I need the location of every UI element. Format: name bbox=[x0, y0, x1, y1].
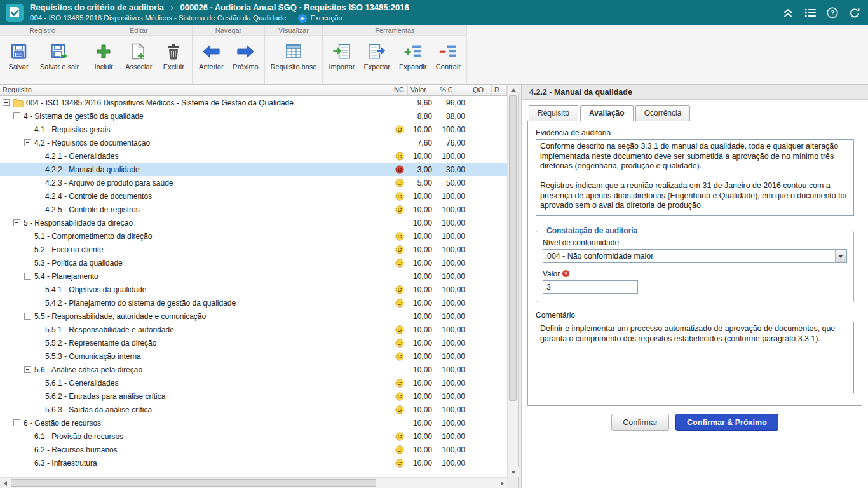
tree-collapse-toggle-icon[interactable] bbox=[24, 366, 31, 373]
breadcrumb-separator-icon: › bbox=[171, 3, 173, 12]
refresh-icon[interactable] bbox=[849, 7, 860, 18]
toolbar-button-contrair[interactable]: Contrair bbox=[431, 39, 465, 74]
happy-face-icon bbox=[395, 445, 404, 454]
scroll-left-button[interactable] bbox=[0, 478, 10, 488]
confirm-button[interactable]: Confirmar bbox=[611, 414, 669, 431]
breadcrumb-section[interactable]: Requisitos do critério de auditoria bbox=[30, 3, 164, 12]
tree-row[interactable]: 4.2.2 - Manual da qualidade3,0030,00 bbox=[0, 163, 507, 176]
tree-row[interactable]: 5.4.1 - Objetivos da qualidade10,00100,0… bbox=[0, 283, 507, 296]
tree-row[interactable]: 4.2.5 - Controle de registros10,00100,00 bbox=[0, 203, 507, 216]
tree-collapse-toggle-icon[interactable] bbox=[13, 112, 20, 119]
qo-cell bbox=[470, 176, 492, 189]
tree-row[interactable]: 6.1 - Provisão de recursos10,00100,00 bbox=[0, 430, 507, 443]
finding-legend: Constatação de auditoria bbox=[544, 226, 640, 235]
tree-row[interactable]: 6.2 - Recursos humanos10,00100,00 bbox=[0, 443, 507, 456]
qo-cell bbox=[470, 456, 492, 470]
tree-row[interactable]: 4.2.4 - Controle de documentos10,00100,0… bbox=[0, 189, 507, 203]
toolbar-button-anterior[interactable]: Anterior bbox=[194, 39, 227, 74]
tree-row[interactable]: 5.4 - Planejamento10,00100,00 bbox=[0, 269, 507, 283]
tree-row-label: 5.1 - Comprometimento da direção bbox=[34, 232, 152, 241]
tree-row[interactable]: 6.3 - Infraestrutura10,00100,00 bbox=[0, 456, 507, 470]
valor-cell: 7,60 bbox=[408, 136, 437, 149]
evidence-textarea[interactable]: Conforme descrito na seção 3.3.1 do manu… bbox=[536, 139, 854, 216]
toolbar-button-salvar-e-sair[interactable]: Salvar e sair bbox=[36, 39, 83, 74]
collapse-header-icon[interactable] bbox=[782, 8, 794, 18]
toolbar-button-incluir[interactable]: Incluir bbox=[87, 39, 120, 74]
scroll-right-button[interactable] bbox=[497, 478, 507, 488]
tree-row[interactable]: 5 - Responsabilidade da direção10,00100,… bbox=[0, 216, 507, 229]
tree-row[interactable]: 004 - ISO 13485:2016 Dispositivos Médico… bbox=[0, 96, 507, 109]
toolbar-button-excluir[interactable]: Excluir bbox=[157, 39, 190, 74]
tree-collapse-toggle-icon[interactable] bbox=[13, 219, 20, 226]
tree-row[interactable]: 6 - Gestão de recursos10,00100,00 bbox=[0, 416, 507, 430]
scroll-down-button[interactable] bbox=[508, 467, 519, 477]
toolbar-button-associar[interactable]: Associar bbox=[121, 39, 156, 74]
tree-row[interactable]: 5.3 - Política da qualidade10,00100,00 bbox=[0, 256, 507, 269]
horizontal-scrollbar[interactable] bbox=[0, 477, 507, 488]
tree-row-label: 5.4.1 - Objetivos da qualidade bbox=[45, 285, 146, 294]
menu-icon[interactable] bbox=[804, 8, 816, 18]
tree-row-label: 6.3 - Infraestrutura bbox=[34, 459, 97, 468]
value-input[interactable] bbox=[543, 280, 638, 294]
tab-requisito[interactable]: Requisito bbox=[529, 105, 578, 121]
tree-row[interactable]: 5.4.2 - Planejamento do sistema de gestã… bbox=[0, 296, 507, 309]
valor-cell: 10,00 bbox=[408, 403, 437, 416]
toolbar-button-expandir[interactable]: Expandir bbox=[395, 39, 430, 74]
tree-row[interactable]: 5.2 - Foco no cliente10,00100,00 bbox=[0, 243, 507, 256]
tree-row[interactable]: 4.2.3 - Arquivo de produto para saúde5,0… bbox=[0, 176, 507, 189]
horizontal-scroll-track[interactable] bbox=[10, 478, 497, 488]
tree-row[interactable]: 5.5.3 - Comunicação interna10,00100,00 bbox=[0, 349, 507, 363]
tree-row[interactable]: 5.6.1 - Generalidades10,00100,00 bbox=[0, 376, 507, 390]
tree-row[interactable]: 5.5.2 - Representante da direção10,00100… bbox=[0, 336, 507, 349]
vertical-scrollbar-thumb[interactable] bbox=[509, 95, 517, 401]
comment-textarea[interactable]: Definir e implementar um processo automa… bbox=[536, 322, 854, 393]
tree-row[interactable]: 4.2.1 - Generalidades10,00100,00 bbox=[0, 149, 507, 163]
toolbar-button-requisito-base[interactable]: Requisito base bbox=[267, 39, 321, 74]
toolbar-button-salvar[interactable]: Salvar bbox=[2, 39, 35, 74]
column-header-nc: NC bbox=[391, 85, 408, 95]
qo-cell bbox=[470, 376, 492, 390]
tree-row[interactable]: 5.6.3 - Saídas da análise crítica10,0010… bbox=[0, 403, 507, 416]
tree-row[interactable]: 5.1 - Comprometimento da direção10,00100… bbox=[0, 229, 507, 243]
tree-row[interactable]: 4 - Sistema de gestão da qualidade8,8088… bbox=[0, 109, 507, 123]
r-cell bbox=[492, 189, 507, 203]
tree-rows: 004 - ISO 13485:2016 Dispositivos Médico… bbox=[0, 96, 507, 470]
tree-collapse-toggle-icon[interactable] bbox=[24, 313, 31, 320]
vertical-scrollbar[interactable] bbox=[507, 85, 518, 477]
toolbar-button-importar[interactable]: Importar bbox=[325, 39, 358, 74]
save-exit-icon bbox=[50, 42, 69, 61]
tab-ocorrencia[interactable]: Ocorrência bbox=[635, 105, 691, 121]
qo-cell bbox=[470, 430, 492, 443]
tree-row[interactable]: 4.2 - Requisitos de documentação7,6076,0… bbox=[0, 136, 507, 149]
vertical-scroll-track[interactable] bbox=[508, 95, 518, 467]
tree-collapse-toggle-icon[interactable] bbox=[3, 99, 10, 106]
breadcrumb-record: 000026 - Auditoria Anual SGQ - Requisito… bbox=[180, 3, 409, 12]
valor-cell: 10,00 bbox=[408, 123, 437, 136]
toolbar-group-editar: EditarIncluirAssociarExcluir bbox=[85, 25, 193, 84]
column-header-valor: Valor bbox=[408, 85, 437, 95]
tree-row[interactable]: 4.1 - Requisitos gerais10,00100,00 bbox=[0, 123, 507, 136]
valor-cell: 10,00 bbox=[408, 323, 437, 336]
percent-conformity-cell: 100,00 bbox=[437, 203, 470, 216]
tree-row-label: 5.5.1 - Responsabilidade e autoridade bbox=[45, 325, 174, 334]
tree-collapse-toggle-icon[interactable] bbox=[24, 273, 31, 280]
horizontal-scrollbar-thumb[interactable] bbox=[11, 479, 376, 487]
conformity-select[interactable]: 004 - Não conformidade maior bbox=[543, 249, 847, 263]
tab-avaliacao[interactable]: Avaliação bbox=[580, 105, 634, 121]
tree-row[interactable]: 5.5.1 - Responsabilidade e autoridade10,… bbox=[0, 323, 507, 336]
qo-cell bbox=[470, 269, 492, 283]
r-cell bbox=[492, 176, 507, 189]
tree-collapse-toggle-icon[interactable] bbox=[24, 139, 31, 146]
tree-row[interactable]: 5.5 - Responsabilidade, autoridade e com… bbox=[0, 309, 507, 323]
toolbar-button-proximo[interactable]: Próximo bbox=[229, 39, 262, 74]
chevron-down-icon[interactable] bbox=[835, 250, 846, 262]
scroll-up-button[interactable] bbox=[508, 85, 519, 95]
tree-collapse-toggle-icon[interactable] bbox=[13, 419, 20, 426]
toolbar-button-exportar[interactable]: Exportar bbox=[360, 39, 394, 74]
tree-row[interactable]: 5.6 - Análise crítica pela direção10,001… bbox=[0, 363, 507, 376]
confirm-next-button[interactable]: Confirmar & Próximo bbox=[675, 414, 778, 431]
tree-row[interactable]: 5.6.2 - Entradas para análise crítica10,… bbox=[0, 390, 507, 403]
valor-cell: 10,00 bbox=[408, 430, 437, 443]
help-icon[interactable]: ? bbox=[827, 7, 838, 18]
save-icon bbox=[10, 42, 28, 61]
